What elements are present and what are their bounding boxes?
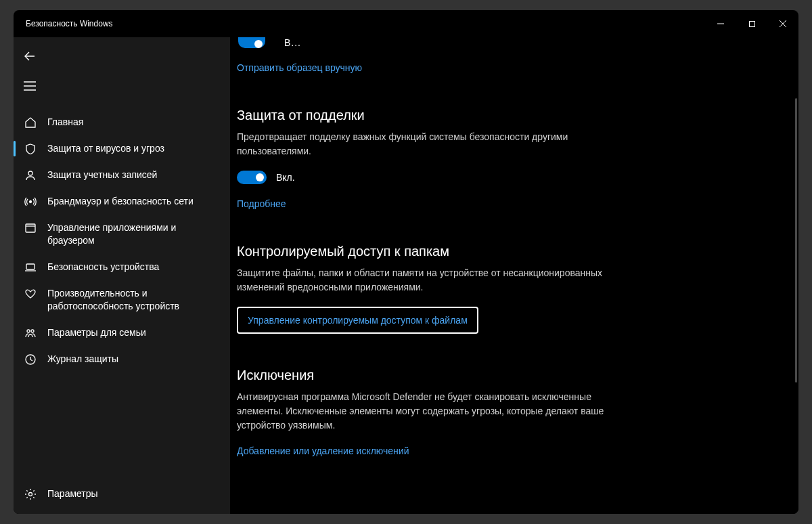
section-title: Исключения	[237, 368, 616, 383]
exclusions-section: Исключения Антивирусная программа Micros…	[237, 368, 616, 457]
sidebar-item-history[interactable]: Журнал защиты	[14, 346, 230, 372]
close-button[interactable]	[767, 10, 798, 37]
scrollbar[interactable]	[795, 98, 797, 383]
svg-point-8	[28, 171, 32, 175]
sidebar-item-label: Управление приложениями и браузером	[47, 221, 221, 247]
exclusions-add-link[interactable]: Добавление или удаление исключений	[237, 445, 409, 456]
sidebar-item-settings[interactable]: Параметры	[14, 481, 230, 507]
section-description: Предотвращает подделку важных функций си…	[237, 130, 616, 158]
cfa-section: Контролируемый доступ к папкам Защитите …	[237, 244, 616, 334]
svg-point-15	[31, 330, 34, 332]
titlebar: Безопасность Windows	[14, 10, 798, 37]
sidebar-item-perf[interactable]: Производительность и работоспособность у…	[14, 280, 230, 320]
sidebar-item-label: Главная	[47, 116, 83, 129]
cfa-manage-link[interactable]: Управление контролируемым доступом к фай…	[237, 307, 478, 334]
section-title: Защита от подделки	[237, 108, 616, 123]
sidebar-item-label: Параметры	[47, 487, 98, 500]
sidebar-item-label: Параметры для семьи	[47, 326, 146, 339]
svg-point-14	[27, 330, 30, 332]
sidebar-item-label: Безопасность устройства	[47, 261, 159, 274]
sidebar-item-appbrowser[interactable]: Управление приложениями и браузером	[14, 215, 230, 254]
sidebar-item-label: Производительность и работоспособность у…	[47, 287, 221, 313]
family-icon	[23, 327, 38, 339]
section-description: Антивирусная программа Microsoft Defende…	[237, 390, 616, 433]
tamper-more-link[interactable]: Подробнее	[237, 198, 286, 209]
sidebar: Главная Защита от вирусов и угроз Защита…	[14, 37, 230, 514]
minimize-button[interactable]	[705, 10, 736, 37]
sidebar-item-label: Брандмауэр и безопасность сети	[47, 195, 194, 208]
svg-rect-10	[26, 224, 35, 232]
sidebar-item-account[interactable]: Защита учетных записей	[14, 162, 230, 188]
section-title: Контролируемый доступ к папкам	[237, 244, 616, 259]
gear-icon	[23, 488, 38, 500]
cutoff-toggle[interactable]	[238, 37, 265, 48]
tamper-toggle-row: Вкл.	[237, 171, 616, 184]
sidebar-list: Главная Защита от вирусов и угроз Защита…	[14, 106, 230, 481]
body: Главная Защита от вирусов и угроз Защита…	[14, 37, 798, 514]
sidebar-bottom: Параметры	[14, 481, 230, 514]
history-icon	[23, 353, 38, 366]
svg-rect-1	[749, 21, 754, 26]
shield-icon	[23, 143, 38, 155]
sidebar-top	[14, 41, 230, 106]
sidebar-item-firewall[interactable]: Брандмауэр и безопасность сети	[14, 188, 230, 215]
sidebar-item-virus[interactable]: Защита от вирусов и угроз	[14, 135, 230, 162]
content[interactable]: В... Отправить образец вручную Защита от…	[230, 37, 798, 514]
sidebar-item-device[interactable]: Безопасность устройства	[14, 254, 230, 280]
tamper-section: Защита от подделки Предотвращает подделк…	[237, 108, 616, 210]
sidebar-item-family[interactable]: Параметры для семьи	[14, 320, 230, 346]
account-icon	[23, 169, 38, 181]
cutoff-toggle-label: В...	[284, 37, 301, 48]
window-controls	[705, 10, 798, 37]
back-button[interactable]	[14, 41, 46, 71]
sidebar-item-label: Защита учетных записей	[47, 169, 157, 181]
hamburger-button[interactable]	[14, 71, 46, 101]
window-title: Безопасность Windows	[26, 19, 113, 28]
window: Безопасность Windows Главная	[14, 10, 798, 514]
maximize-button[interactable]	[736, 10, 767, 37]
home-icon	[23, 116, 38, 129]
svg-point-9	[30, 201, 32, 203]
sidebar-item-label: Защита от вирусов и угроз	[47, 142, 164, 155]
laptop-icon	[23, 261, 38, 274]
svg-point-17	[29, 493, 32, 496]
app-browser-icon	[23, 222, 38, 234]
sidebar-item-home[interactable]: Главная	[14, 109, 230, 135]
section-description: Защитите файлы, папки и области памяти н…	[237, 266, 616, 294]
heart-icon	[23, 288, 38, 300]
sidebar-item-label: Журнал защиты	[47, 353, 118, 366]
svg-rect-12	[26, 264, 35, 269]
antenna-icon	[23, 196, 38, 208]
submit-sample-link[interactable]: Отправить образец вручную	[237, 62, 362, 73]
cutoff-toggle-row: В...	[237, 43, 771, 53]
toggle-label: Вкл.	[276, 172, 295, 183]
tamper-toggle[interactable]	[237, 171, 267, 184]
